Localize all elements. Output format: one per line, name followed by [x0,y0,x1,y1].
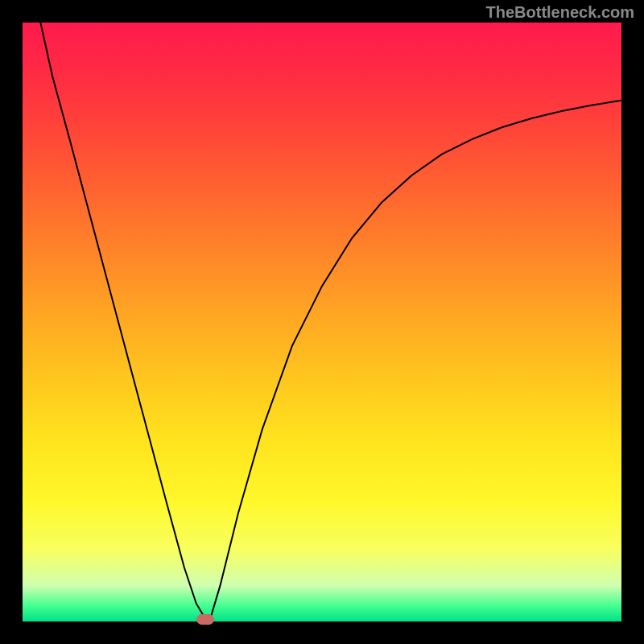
optimal-marker [196,614,214,625]
curve-path [40,23,621,618]
chart-plot-area [23,23,621,621]
bottleneck-curve [23,23,621,621]
watermark-text: TheBottleneck.com [486,3,634,22]
